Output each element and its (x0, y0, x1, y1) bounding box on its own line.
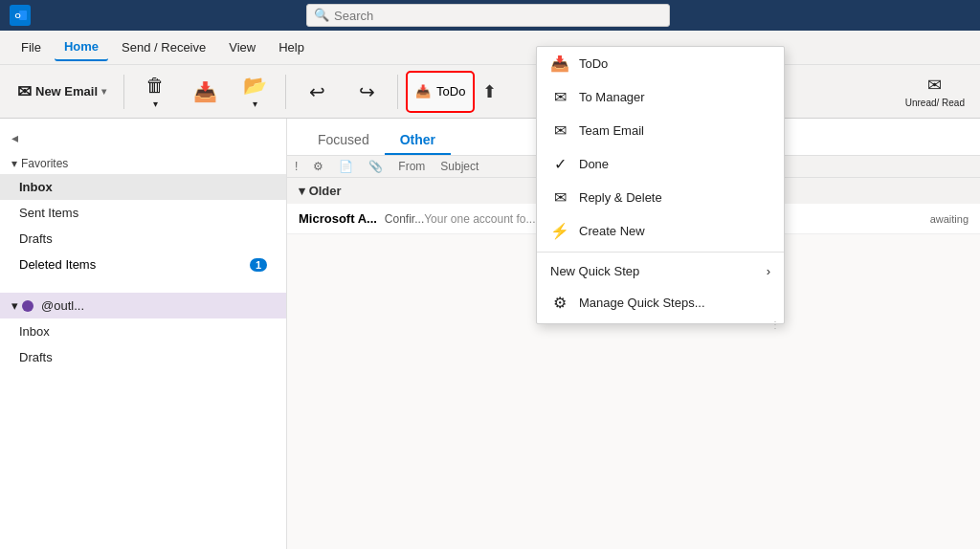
sidebar-item-inbox[interactable]: Inbox (0, 174, 286, 200)
account-chevron-icon: ▾ (11, 298, 18, 313)
delete-icon: 🗑 (145, 75, 165, 97)
done-icon: ✓ (550, 155, 569, 173)
archive-icon: 📥 (193, 80, 217, 103)
new-quick-step-arrow-icon: › (767, 264, 770, 278)
email-preview: Your one account fo... (424, 212, 535, 226)
new-quick-step-label: New Quick Step (550, 264, 639, 278)
reply-delete-label: Reply & Delete (579, 190, 662, 205)
to-manager-label: To Manager (579, 90, 645, 104)
reply-button[interactable]: ↩ (294, 69, 340, 115)
new-email-dropdown-arrow[interactable]: ▾ (101, 86, 106, 97)
dropdown-item-new-quick-step[interactable]: New Quick Step › (537, 256, 784, 286)
todo-menu-icon: 📥 (550, 55, 569, 73)
new-email-button[interactable]: ✉ New Email ▾ (8, 69, 116, 115)
dropdown-item-reply-delete[interactable]: ✉ Reply & Delete (537, 181, 784, 214)
search-bar: 🔍 (306, 4, 670, 27)
awaiting-badge: awaiting (930, 213, 969, 225)
col-settings: ⚙ (313, 160, 323, 173)
ribbon: ✉ New Email ▾ 🗑 ▾ 📥 📂 ▾ ↩ ↪ 📥 ToDo ⬆ ✉ U… (0, 65, 980, 119)
menu-bar: File Home Send / Receive View Help (0, 31, 980, 65)
dropdown-divider (537, 252, 784, 253)
tab-other[interactable]: Other (385, 126, 451, 155)
sidebar-item-deleted[interactable]: Deleted Items 1 (0, 252, 286, 277)
dropdown-item-team-email[interactable]: ✉ Team Email (537, 114, 784, 147)
dropdown-item-done[interactable]: ✓ Done (537, 147, 784, 181)
ribbon-divider-3 (397, 75, 398, 109)
manage-quick-steps-icon: ⚙ (550, 294, 569, 312)
todo-menu-label: ToDo (579, 56, 608, 71)
dropdown-item-to-manager[interactable]: ✉ To Manager (537, 80, 784, 114)
col-attach: 📎 (368, 160, 383, 173)
reply-delete-icon: ✉ (550, 188, 569, 207)
dropdown-item-todo[interactable]: 📥 ToDo (537, 47, 784, 80)
archive-button[interactable]: 📥 (182, 69, 228, 115)
sidebar-item-deleted-label: Deleted Items (19, 257, 96, 272)
sidebar: ◂ ▾ Favorites Inbox Sent Items Drafts De… (0, 119, 287, 549)
tab-focused[interactable]: Focused (302, 126, 385, 155)
unread-read-icon: ✉ (927, 75, 942, 96)
older-chevron-icon: ▾ (299, 184, 305, 198)
sidebar-item-sent[interactable]: Sent Items (0, 200, 286, 226)
col-from: From (398, 160, 425, 173)
new-quick-step-left: New Quick Step (550, 264, 639, 278)
delete-button[interactable]: 🗑 ▾ (132, 69, 178, 115)
favorites-label[interactable]: ▾ Favorites (0, 153, 286, 174)
new-email-icon: ✉ (17, 81, 32, 102)
create-new-label: Create New (579, 224, 645, 238)
new-email-label: New Email (35, 84, 98, 99)
account-section: ▾ @outl... Inbox Drafts (0, 289, 286, 374)
forward-button[interactable]: ↪ (344, 69, 390, 115)
svg-text:O: O (15, 11, 21, 20)
ribbon-divider-1 (123, 75, 124, 109)
menu-item-view[interactable]: View (219, 34, 265, 60)
delete-dropdown-arrow[interactable]: ▾ (153, 99, 158, 109)
forward-icon: ↪ (359, 80, 375, 103)
sidebar-header: ◂ (0, 126, 286, 149)
col-doc: 📄 (339, 160, 353, 173)
create-new-icon: ⚡ (550, 222, 569, 240)
sidebar-item-drafts[interactable]: Drafts (0, 226, 286, 252)
move-folder-icon: 📂 (243, 74, 267, 97)
col-important: ! (295, 160, 298, 173)
quick-steps-dropdown: 📥 ToDo ✉ To Manager ✉ Team Email ✓ Done … (536, 46, 785, 324)
main-area: ◂ ▾ Favorites Inbox Sent Items Drafts De… (0, 119, 980, 549)
unread-read-label: Unread/ Read (905, 98, 965, 108)
menu-item-help[interactable]: Help (269, 34, 314, 60)
team-email-icon: ✉ (550, 121, 569, 140)
account-label[interactable]: ▾ @outl... (0, 293, 286, 318)
favorites-text: Favorites (21, 157, 68, 170)
email-subject: Confir... (385, 212, 424, 226)
collapse-sidebar-button[interactable]: ◂ (11, 130, 18, 145)
move-folder-button[interactable]: 📂 ▾ (232, 69, 278, 115)
outlook-icon: O (10, 5, 31, 26)
quick-steps-todo-button[interactable]: 📥 ToDo (406, 71, 475, 113)
unread-read-button[interactable]: ✉ Unread/ Read (898, 69, 972, 115)
menu-item-send-receive[interactable]: Send / Receive (112, 34, 215, 60)
quick-steps-area: 📥 ToDo (406, 71, 475, 113)
favorites-section: ▾ Favorites Inbox Sent Items Drafts Dele… (0, 149, 286, 281)
todo-icon: 📥 (415, 84, 431, 99)
manage-quick-steps-label: Manage Quick Steps... (579, 296, 705, 310)
todo-label: ToDo (436, 84, 465, 99)
team-email-label: Team Email (579, 123, 644, 138)
cursor-indicator: ⬆ (482, 81, 497, 102)
email-sender: Microsoft A... (299, 211, 377, 226)
done-label: Done (579, 157, 609, 171)
menu-item-home[interactable]: Home (55, 33, 108, 61)
search-icon: 🔍 (314, 8, 329, 22)
favorites-chevron-icon: ▾ (11, 157, 17, 170)
menu-item-file[interactable]: File (11, 34, 51, 60)
account-avatar (22, 300, 33, 312)
account-name: @outl... (41, 298, 84, 313)
ribbon-divider-2 (285, 75, 286, 109)
dropdown-item-manage-quick-steps[interactable]: ⚙ Manage Quick Steps... (537, 286, 784, 319)
account-drafts[interactable]: Drafts (0, 344, 286, 370)
dropdown-item-create-new[interactable]: ⚡ Create New (537, 214, 784, 248)
col-subject: Subject (440, 160, 479, 173)
account-inbox[interactable]: Inbox (0, 318, 286, 344)
reply-icon: ↩ (309, 80, 325, 103)
to-manager-icon: ✉ (550, 88, 569, 106)
deleted-badge: 1 (250, 258, 267, 272)
search-input[interactable] (306, 4, 670, 27)
